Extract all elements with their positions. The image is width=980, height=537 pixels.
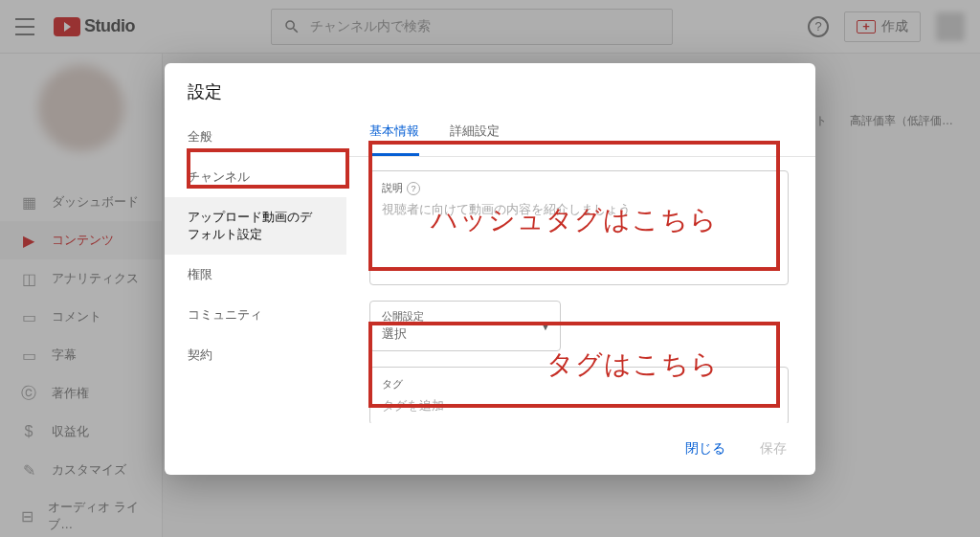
modal-tabs: 基本情報 詳細設定 xyxy=(346,109,815,157)
tab-basic-info[interactable]: 基本情報 xyxy=(369,109,419,156)
modal-scrim[interactable]: 設定 全般 チャンネル アップロード動画のデフォルト設定 権限 コミュニティ 契… xyxy=(0,0,980,537)
settings-modal: 設定 全般 チャンネル アップロード動画のデフォルト設定 権限 コミュニティ 契… xyxy=(165,63,815,475)
modal-sidebar: 全般 チャンネル アップロード動画のデフォルト設定 権限 コミュニティ 契約 xyxy=(165,109,346,423)
tags-label: タグ xyxy=(382,377,776,392)
modal-scroll-area[interactable]: 説明 ? 視聴者に向けて動画の内容を紹介しましょう 公開設定 選択 ▼ xyxy=(346,157,815,423)
modal-nav-permissions[interactable]: 権限 xyxy=(165,255,346,295)
modal-nav-agreements[interactable]: 契約 xyxy=(165,335,346,375)
modal-title: 設定 xyxy=(165,63,815,109)
tags-placeholder: タグを追加 xyxy=(382,397,776,414)
description-field[interactable]: 説明 ? 視聴者に向けて動画の内容を紹介しましょう xyxy=(369,170,789,285)
visibility-select[interactable]: 公開設定 選択 ▼ xyxy=(369,301,561,351)
save-button[interactable]: 保存 xyxy=(752,435,794,463)
close-button[interactable]: 閉じる xyxy=(678,435,733,463)
visibility-label: 公開設定 xyxy=(382,309,548,324)
chevron-down-icon: ▼ xyxy=(541,321,550,331)
visibility-value: 選択 xyxy=(382,325,548,343)
tab-advanced[interactable]: 詳細設定 xyxy=(450,109,500,156)
modal-nav-upload-defaults[interactable]: アップロード動画のデフォルト設定 xyxy=(165,197,346,255)
tags-field[interactable]: タグ タグを追加 xyxy=(369,367,789,423)
description-placeholder: 視聴者に向けて動画の内容を紹介しましょう xyxy=(382,201,776,218)
modal-nav-general[interactable]: 全般 xyxy=(165,117,346,157)
modal-nav-community[interactable]: コミュニティ xyxy=(165,295,346,335)
help-hint-icon[interactable]: ? xyxy=(407,182,420,195)
modal-nav-channel[interactable]: チャンネル xyxy=(165,157,346,197)
modal-footer: 閉じる 保存 xyxy=(165,423,815,475)
description-label: 説明 xyxy=(382,181,403,195)
